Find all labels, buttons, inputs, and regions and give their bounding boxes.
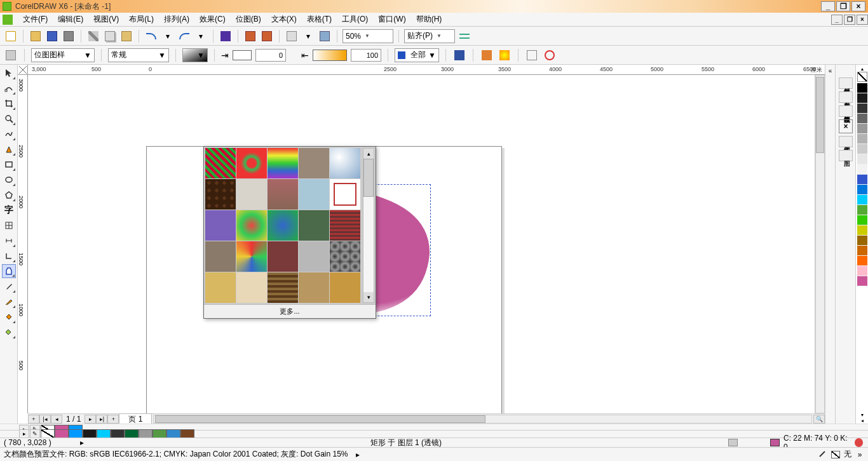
palette-swatch[interactable] bbox=[857, 266, 867, 276]
pick-tool[interactable] bbox=[2, 66, 16, 80]
palette-eyedrop-button[interactable]: ✎ bbox=[30, 429, 40, 438]
mdi-restore-button[interactable]: ❐ bbox=[844, 15, 855, 25]
ellipse-tool[interactable] bbox=[2, 173, 16, 187]
pattern-swatch[interactable] bbox=[330, 179, 360, 210]
snap-combo[interactable]: 贴齐(P)▼ bbox=[404, 29, 455, 43]
palette-swatch[interactable] bbox=[857, 93, 867, 104]
menu-help[interactable]: 帮助(H) bbox=[411, 13, 447, 26]
paste-button[interactable] bbox=[119, 29, 133, 43]
docker-collapse-strip[interactable]: « bbox=[825, 65, 836, 424]
palette-swatch[interactable] bbox=[857, 205, 867, 215]
menu-text[interactable]: 文本(X) bbox=[266, 13, 302, 26]
pattern-swatch[interactable] bbox=[299, 272, 329, 303]
palette-swatch[interactable] bbox=[857, 104, 867, 114]
pattern-swatch[interactable] bbox=[205, 210, 236, 241]
export-button[interactable] bbox=[260, 29, 274, 43]
end-gradient-swatch[interactable] bbox=[313, 50, 347, 61]
docker-tab[interactable]: 对象属性 bbox=[839, 77, 853, 89]
pattern-swatch[interactable] bbox=[236, 272, 267, 303]
ruler-vertical[interactable]: 3000 2500 2000 1500 1000 500 bbox=[18, 75, 28, 413]
fill-indicator-swatch[interactable] bbox=[770, 439, 780, 446]
first-page-button[interactable]: |◂ bbox=[39, 415, 51, 424]
polygon-tool[interactable] bbox=[2, 188, 16, 202]
start-color-swatch[interactable] bbox=[233, 50, 252, 60]
menu-tools[interactable]: 工具(O) bbox=[337, 13, 373, 26]
pattern-swatch[interactable] bbox=[330, 148, 360, 178]
menu-table[interactable]: 表格(T) bbox=[302, 13, 337, 26]
open-button[interactable] bbox=[29, 29, 43, 43]
close-button[interactable]: × bbox=[851, 1, 865, 11]
palette-swatch[interactable] bbox=[857, 144, 867, 154]
pattern-swatch[interactable] bbox=[268, 148, 298, 178]
user-icon[interactable] bbox=[855, 438, 863, 447]
pattern-swatch[interactable] bbox=[330, 241, 360, 272]
picker-scroll-down[interactable]: ▾ bbox=[363, 292, 374, 302]
ruler-horizontal[interactable]: 3,000 500 0 2500 3000 3500 4000 4500 500… bbox=[28, 65, 825, 75]
zoom-tool[interactable] bbox=[2, 112, 16, 126]
import-button[interactable] bbox=[243, 29, 257, 43]
apply-to-combo[interactable]: 全部▼ bbox=[395, 48, 439, 62]
palette-menu-button[interactable]: ▸ bbox=[19, 429, 29, 438]
clear-button[interactable] bbox=[525, 48, 539, 62]
picker-more-button[interactable]: 更多... bbox=[204, 304, 376, 318]
pattern-swatch[interactable] bbox=[236, 179, 267, 210]
menu-arrange[interactable]: 排列(A) bbox=[159, 13, 194, 26]
palette-flyout[interactable]: ◂ bbox=[861, 418, 864, 424]
docker-tab[interactable]: 文本属性 bbox=[839, 136, 853, 147]
vertical-scrollbar[interactable] bbox=[815, 75, 825, 413]
pattern-swatch[interactable] bbox=[205, 179, 236, 210]
next-page-button[interactable]: ▸ bbox=[85, 415, 96, 424]
palette-swatch[interactable] bbox=[857, 185, 867, 195]
palette-swatch[interactable] bbox=[857, 225, 867, 236]
rectangle-tool[interactable] bbox=[2, 157, 16, 171]
pattern-swatch[interactable] bbox=[299, 241, 329, 272]
eyedropper-tool[interactable] bbox=[2, 279, 16, 293]
palette-swatch[interactable] bbox=[857, 164, 867, 175]
docker-tab[interactable]: 对齐与分布 bbox=[839, 91, 853, 103]
preset-combo[interactable]: 常规▼ bbox=[108, 48, 169, 62]
menu-file[interactable]: 文件(F) bbox=[18, 13, 53, 26]
end-value-input[interactable] bbox=[351, 49, 381, 62]
palette-swatch[interactable] bbox=[857, 83, 867, 93]
add-page-button[interactable]: + bbox=[28, 415, 39, 424]
doc-palette-swatch[interactable] bbox=[55, 429, 69, 438]
text-tool[interactable]: 字 bbox=[2, 203, 16, 217]
picker-scroll-up[interactable]: ▴ bbox=[363, 149, 374, 159]
no-button[interactable] bbox=[543, 48, 557, 62]
menu-layout[interactable]: 布局(L) bbox=[124, 13, 159, 26]
navigator-button[interactable]: 🔍 bbox=[813, 415, 825, 424]
print-button[interactable] bbox=[62, 29, 76, 43]
palette-swatch[interactable] bbox=[857, 256, 867, 266]
cut-button[interactable] bbox=[86, 29, 100, 43]
vscroll-thumb[interactable] bbox=[816, 77, 824, 153]
docker-tab[interactable]: 图层 bbox=[839, 150, 853, 161]
mdi-close-button[interactable]: × bbox=[857, 15, 868, 25]
dimension-tool[interactable] bbox=[2, 234, 16, 248]
search-button[interactable] bbox=[219, 29, 233, 43]
fill-type-combo[interactable]: 位图图样▼ bbox=[31, 48, 95, 62]
redo-button[interactable] bbox=[177, 29, 191, 43]
pattern-swatch[interactable] bbox=[330, 272, 360, 303]
pattern-swatch[interactable] bbox=[205, 272, 236, 303]
pattern-swatch[interactable] bbox=[299, 210, 329, 241]
publish-dd[interactable]: ▾ bbox=[301, 29, 315, 43]
copy-props-button[interactable] bbox=[480, 48, 494, 62]
app-launcher-button[interactable] bbox=[318, 29, 332, 43]
palette-swatch[interactable] bbox=[857, 124, 867, 134]
viewport[interactable]: ▴ ▾ 更多... bbox=[28, 75, 815, 413]
maximize-button[interactable]: ❐ bbox=[836, 1, 850, 11]
undo-button[interactable] bbox=[144, 29, 158, 43]
ruler-origin[interactable] bbox=[18, 65, 28, 75]
doc-no-color[interactable] bbox=[41, 429, 55, 438]
palette-swatch[interactable] bbox=[857, 276, 867, 286]
interactive-fill-tool[interactable] bbox=[2, 325, 16, 339]
undo-dd[interactable]: ▾ bbox=[161, 29, 175, 43]
menu-effects[interactable]: 效果(C) bbox=[194, 13, 231, 26]
last-page-button[interactable]: ▸| bbox=[96, 415, 107, 424]
docker-close-button[interactable]: × bbox=[839, 119, 853, 133]
menu-edit[interactable]: 编辑(E) bbox=[53, 13, 88, 26]
table-tool[interactable] bbox=[2, 218, 16, 232]
minimize-button[interactable]: _ bbox=[821, 1, 835, 11]
outline-tool[interactable] bbox=[2, 295, 16, 309]
palette-swatch[interactable] bbox=[857, 175, 867, 185]
